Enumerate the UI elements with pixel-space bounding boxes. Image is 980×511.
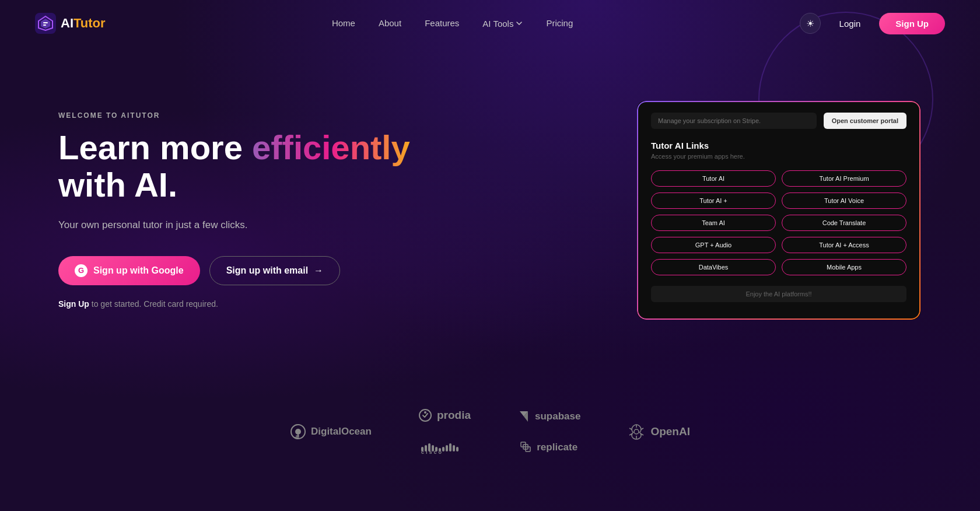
- svg-point-6: [295, 429, 301, 435]
- svg-text:cisco: cisco: [421, 449, 443, 455]
- hero-buttons: G Sign up with Google Sign up with email…: [58, 256, 467, 285]
- svg-rect-16: [446, 445, 448, 452]
- signup-google-button[interactable]: G Sign up with Google: [58, 256, 200, 285]
- brand-digitalocean: DigitalOcean: [290, 424, 372, 440]
- hero-content: WELCOME TO AITUTOR Learn more efficientl…: [58, 111, 467, 308]
- replicate-label: replicate: [537, 442, 578, 453]
- nav-about[interactable]: About: [379, 18, 401, 28]
- hero-tagline: WELCOME TO AITUTOR: [58, 111, 467, 120]
- preview-portal-button[interactable]: Open customer portal: [824, 113, 907, 129]
- nav-home[interactable]: Home: [332, 18, 355, 28]
- preview-link-tutor-ai-voice[interactable]: Tutor AI Voice: [782, 192, 907, 209]
- preview-links-grid: Tutor AI Tutor AI Premium Tutor AI + Tut…: [651, 170, 907, 275]
- preview-section-sub: Access your premium apps here.: [651, 153, 907, 160]
- signup-email-button[interactable]: Sign up with email →: [209, 256, 340, 285]
- brands-section: DigitalOcean prodia: [0, 385, 980, 490]
- preview-top-bar: Open customer portal: [651, 113, 907, 129]
- brand-openai: OpenAI: [627, 422, 690, 441]
- nav-actions: ☀ Login Sign Up: [800, 13, 945, 34]
- brand-col-supabase-replicate: supabase replicate: [517, 410, 580, 453]
- digitalocean-label: DigitalOcean: [311, 426, 372, 438]
- openai-label: OpenAI: [650, 425, 690, 438]
- svg-rect-18: [453, 445, 455, 452]
- replicate-icon: [520, 442, 532, 453]
- arrow-icon: →: [314, 265, 323, 276]
- prodia-label: prodia: [437, 409, 471, 422]
- preview-link-tutor-ai-premium[interactable]: Tutor AI Premium: [782, 170, 907, 187]
- logo-text: AITutor: [61, 16, 106, 31]
- preview-link-gpt-audio[interactable]: GPT + Audio: [651, 237, 776, 253]
- app-preview-card: Open customer portal Tutor AI Links Acce…: [636, 100, 922, 321]
- theme-toggle-button[interactable]: ☀: [800, 13, 821, 34]
- login-button[interactable]: Login: [830, 14, 870, 33]
- supabase-label: supabase: [535, 411, 580, 422]
- hero-preview: Open customer portal Tutor AI Links Acce…: [467, 100, 922, 321]
- brand-supabase: supabase: [517, 410, 580, 423]
- svg-point-26: [634, 429, 639, 434]
- navbar: AITutor Home About Features AI Tools Pri…: [0, 0, 980, 47]
- logo[interactable]: AITutor: [35, 13, 106, 34]
- nav-aitools[interactable]: AI Tools: [482, 19, 513, 29]
- preview-section-title: Tutor AI Links: [651, 141, 907, 150]
- google-icon: G: [75, 264, 88, 277]
- preview-link-code-translate[interactable]: Code Translate: [782, 215, 907, 231]
- preview-link-team-ai[interactable]: Team AI: [651, 215, 776, 231]
- preview-link-tutor-ai-access[interactable]: Tutor AI + Access: [782, 237, 907, 253]
- openai-icon: [627, 422, 646, 441]
- supabase-icon: [517, 410, 530, 423]
- cisco-icon: cisco: [421, 441, 468, 455]
- svg-point-8: [424, 411, 426, 414]
- hero-title-gradient: efficiently: [252, 128, 410, 166]
- brand-prodia: prodia: [418, 408, 471, 422]
- preview-link-mobile-apps[interactable]: Mobile Apps: [782, 259, 907, 275]
- signup-button[interactable]: Sign Up: [879, 13, 945, 34]
- preview-stripe-input[interactable]: [651, 113, 817, 129]
- svg-rect-19: [456, 447, 459, 452]
- nav-links: Home About Features AI Tools Pricing: [332, 18, 573, 29]
- hero-subtitle: Your own personal tutor in just a few cl…: [58, 218, 467, 233]
- brand-col-prodia-cisco: prodia cisco: [418, 408, 471, 455]
- prodia-icon: [418, 408, 432, 422]
- preview-link-tutor-ai[interactable]: Tutor AI: [651, 170, 776, 187]
- preview-link-tutor-ai-plus[interactable]: Tutor AI +: [651, 192, 776, 209]
- logo-icon: [35, 13, 56, 34]
- digitalocean-icon: [290, 424, 306, 440]
- svg-rect-4: [43, 24, 46, 26]
- svg-rect-3: [43, 22, 48, 23]
- svg-rect-17: [449, 443, 452, 452]
- hero-title: Learn more efficiently with AI.: [58, 129, 467, 204]
- hero-section: WELCOME TO AITUTOR Learn more efficientl…: [0, 47, 980, 385]
- nav-pricing[interactable]: Pricing: [546, 18, 573, 28]
- preview-link-datavibes[interactable]: DataVibes: [651, 259, 776, 275]
- hero-note-text: to get started. Credit card required.: [92, 299, 218, 309]
- preview-footer: Enjoy the AI platforms!!: [651, 286, 907, 302]
- brand-cisco: cisco: [421, 441, 468, 455]
- hero-note-highlight: Sign Up: [58, 299, 89, 309]
- brand-replicate: replicate: [520, 442, 578, 453]
- chevron-down-icon: [516, 20, 523, 27]
- nav-features[interactable]: Features: [425, 18, 459, 28]
- hero-note: Sign Up to get started. Credit card requ…: [58, 299, 467, 309]
